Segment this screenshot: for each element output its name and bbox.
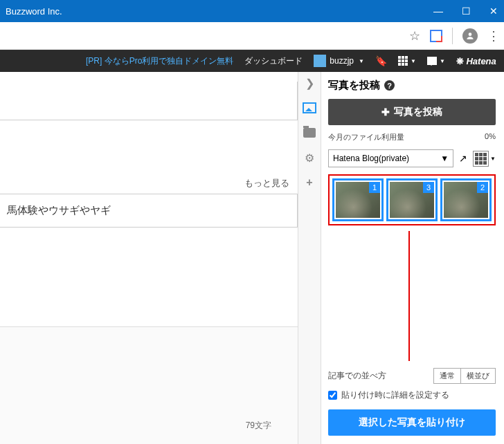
content-text[interactable]: 馬体験やウサギやヤギ [0, 194, 298, 228]
hatena-nav: [PR] 今ならPro利用で独自ドメイン無料 ダッシュボード buzzjp ▼ … [0, 50, 504, 72]
divider [452, 28, 453, 44]
detail-checkbox-label: 貼り付け時に詳細を設定する [341, 389, 449, 401]
close-icon[interactable]: ✕ [489, 6, 498, 16]
collapse-arrow-icon[interactable]: ❯ [303, 76, 316, 90]
source-row: Hatena Blog(private) ▼ ↗ ▼ [328, 149, 496, 167]
detail-checkbox-row[interactable]: 貼り付け時に詳細を設定する [328, 389, 496, 401]
paste-button[interactable]: 選択した写真を貼り付け [328, 409, 496, 436]
pr-link[interactable]: [PR] 今ならPro利用で独自ドメイン無料 [86, 55, 233, 67]
order-badge: 1 [369, 182, 380, 193]
plus-icon: ✚ [381, 107, 390, 118]
dashboard-link[interactable]: ダッシュボード [244, 55, 303, 67]
apps-grid-icon[interactable]: ▼ [398, 56, 416, 66]
char-count: 79文字 [246, 420, 271, 432]
annotation-line [408, 231, 410, 383]
thumbnail[interactable]: 2 [440, 178, 492, 221]
help-icon[interactable]: ? [384, 80, 395, 91]
more-link[interactable]: もっと見る [0, 173, 298, 194]
window-title: Buzzword Inc. [6, 6, 433, 17]
extension-icon[interactable] [430, 30, 442, 42]
browser-toolbar: ☆ ⋮ [0, 22, 504, 50]
window-controls: — ☐ ✕ [433, 6, 498, 16]
arrange-horizontal-button[interactable]: 横並び [461, 369, 495, 383]
title-input[interactable] [0, 82, 298, 120]
usage-row: 今月のファイル利用量 0% [328, 132, 496, 142]
caret-down-icon: ▼ [440, 154, 449, 163]
detail-checkbox[interactable] [328, 391, 337, 400]
usage-label: 今月のファイル利用量 [328, 132, 404, 142]
bookmark-star-icon[interactable]: ☆ [409, 28, 420, 44]
arrange-row: 記事での並べ方 通常 横並び [328, 368, 496, 384]
upload-button[interactable]: ✚ 写真を投稿 [328, 99, 496, 125]
photo-tool-icon[interactable] [303, 101, 316, 115]
thumbnails-selection: 1 3 2 [328, 174, 496, 225]
external-link-icon[interactable]: ↗ [459, 153, 467, 164]
view-grid-icon[interactable]: ▼ [473, 151, 496, 167]
photo-panel: 写真を投稿 ? ✚ 写真を投稿 今月のファイル利用量 0% Hatena Blo… [321, 72, 504, 444]
paste-controls: 記事での並べ方 通常 横並び 貼り付け時に詳細を設定する 選択した写真を貼り付け [321, 361, 504, 444]
minimize-icon[interactable]: — [433, 6, 443, 16]
menu-dots-icon[interactable]: ⋮ [487, 28, 500, 44]
comment-menu-icon[interactable]: ▼ [427, 57, 445, 65]
profile-avatar-icon[interactable] [462, 28, 478, 44]
add-tool-icon[interactable]: + [303, 176, 316, 189]
caret-down-icon: ▼ [359, 58, 364, 64]
tool-rail: ❯ ⚙ + [298, 72, 321, 444]
editor-column: もっと見る 馬体験やウサギやヤギ 79文字 [0, 72, 298, 444]
folder-tool-icon[interactable] [303, 126, 316, 140]
thumbnail[interactable]: 1 [332, 178, 384, 221]
thumbnail[interactable]: 3 [386, 178, 438, 221]
usage-value: 0% [485, 132, 496, 142]
panel-title: 写真を投稿 ? [328, 79, 496, 92]
user-avatar-icon [314, 55, 326, 67]
hatena-logo[interactable]: ❋ Hatena [456, 56, 496, 66]
source-select[interactable]: Hatena Blog(private) ▼ [328, 149, 453, 167]
settings-tool-icon[interactable]: ⚙ [303, 151, 316, 165]
user-menu[interactable]: buzzjp ▼ [314, 55, 364, 67]
arrange-label: 記事での並べ方 [328, 370, 386, 382]
window-titlebar: Buzzword Inc. — ☐ ✕ [0, 0, 504, 22]
username: buzzjp [330, 56, 354, 66]
main-area: もっと見る 馬体験やウサギやヤギ 79文字 ❯ ⚙ + 写真を投稿 ? ✚ 写真… [0, 72, 504, 444]
maximize-icon[interactable]: ☐ [461, 6, 471, 16]
arrange-normal-button[interactable]: 通常 [434, 369, 461, 383]
editor-footer: 79文字 [0, 326, 298, 444]
order-badge: 2 [477, 182, 488, 193]
svg-point-0 [469, 33, 472, 36]
order-badge: 3 [423, 182, 434, 193]
bookmark-icon[interactable]: 🔖 [375, 55, 387, 66]
arrange-toggle: 通常 横並び [433, 368, 496, 384]
